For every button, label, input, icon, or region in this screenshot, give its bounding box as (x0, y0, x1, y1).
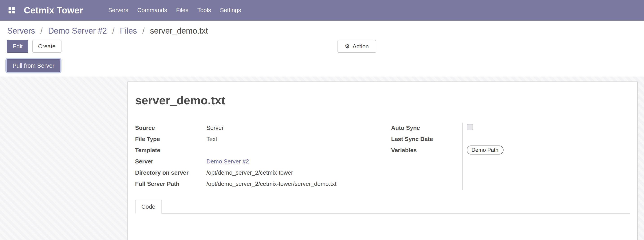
menu-item-tools[interactable]: Tools (193, 0, 216, 21)
fields-column-left: Source Server File Type Text Template Se… (135, 123, 378, 190)
action-menu-label: Action (352, 43, 369, 50)
content-background: server_demo.txt Source Server File Type … (0, 77, 644, 240)
field-value-source: Server (206, 123, 378, 132)
form-sheet: server_demo.txt Source Server File Type … (128, 82, 638, 240)
field-value-full-server-path: /opt/demo_server_2/cetmix-tower/server_d… (206, 179, 378, 188)
breadcrumb: Servers / Demo Server #2 / Files / serve… (0, 21, 644, 38)
gear-icon: ⚙ (345, 43, 350, 50)
field-value-directory-on-server: /opt/demo_server_2/cetmix-tower (206, 167, 378, 177)
field-label-file-type: File Type (135, 134, 206, 143)
tab-code-content (135, 214, 630, 240)
control-panel-buttons: Edit Create ⚙Action (0, 38, 644, 57)
field-label-source: Source (135, 123, 206, 132)
field-label-directory-on-server: Directory on server (135, 167, 206, 177)
field-value-template (206, 145, 378, 146)
object-buttons-row: Pull from Server (0, 57, 644, 77)
pull-from-server-button[interactable]: Pull from Server (7, 59, 60, 72)
breadcrumb-current: server_demo.txt (150, 26, 208, 35)
field-label-full-server-path: Full Server Path (135, 179, 206, 188)
variable-tag-demo-path[interactable]: Demo Path (466, 145, 503, 154)
menu-item-servers[interactable]: Servers (104, 0, 133, 21)
notebook-tabs: Code (135, 200, 630, 214)
field-grid: Source Server File Type Text Template Se… (135, 123, 630, 190)
field-label-template: Template (135, 145, 206, 154)
right-field-labels: Auto Sync Last Sync Date Variables (391, 123, 462, 190)
apps-grid-icon (8, 7, 15, 13)
edit-button[interactable]: Edit (7, 40, 28, 53)
create-button[interactable]: Create (32, 40, 62, 53)
field-value-file-type: Text (206, 134, 378, 143)
field-label-last-sync-date: Last Sync Date (391, 134, 462, 145)
field-label-server: Server (135, 156, 206, 166)
menu-item-files[interactable]: Files (172, 0, 193, 21)
breadcrumb-separator: / (142, 26, 144, 35)
breadcrumb-link-demo-server-2[interactable]: Demo Server #2 (48, 26, 107, 35)
breadcrumb-separator: / (112, 26, 114, 35)
menu-item-commands[interactable]: Commands (133, 0, 172, 21)
field-value-server-link[interactable]: Demo Server #2 (206, 158, 249, 165)
record-title: server_demo.txt (135, 94, 630, 108)
fields-column-right: Auto Sync Last Sync Date Variables Demo … (391, 123, 630, 190)
app-window: Cetmix Tower Servers Commands Files Tool… (0, 0, 644, 240)
top-navbar: Cetmix Tower Servers Commands Files Tool… (0, 0, 644, 21)
control-panel: Servers / Demo Server #2 / Files / serve… (0, 21, 644, 78)
action-menu-button[interactable]: ⚙Action (338, 40, 376, 53)
apps-menu-button[interactable] (7, 5, 16, 15)
auto-sync-checkbox[interactable] (466, 124, 473, 130)
field-label-auto-sync: Auto Sync (391, 123, 462, 134)
menu-item-settings[interactable]: Settings (216, 0, 246, 21)
field-value-last-sync-date (466, 134, 630, 145)
tab-code-label: Code (141, 203, 155, 210)
right-field-values: Demo Path (462, 123, 630, 190)
breadcrumb-link-servers[interactable]: Servers (7, 26, 35, 35)
tab-code[interactable]: Code (135, 200, 162, 214)
field-label-variables: Variables (391, 145, 462, 156)
main-menu: Servers Commands Files Tools Settings (104, 0, 246, 21)
brand-title[interactable]: Cetmix Tower (24, 5, 83, 15)
breadcrumb-link-files[interactable]: Files (120, 26, 137, 35)
breadcrumb-separator: / (40, 26, 43, 35)
